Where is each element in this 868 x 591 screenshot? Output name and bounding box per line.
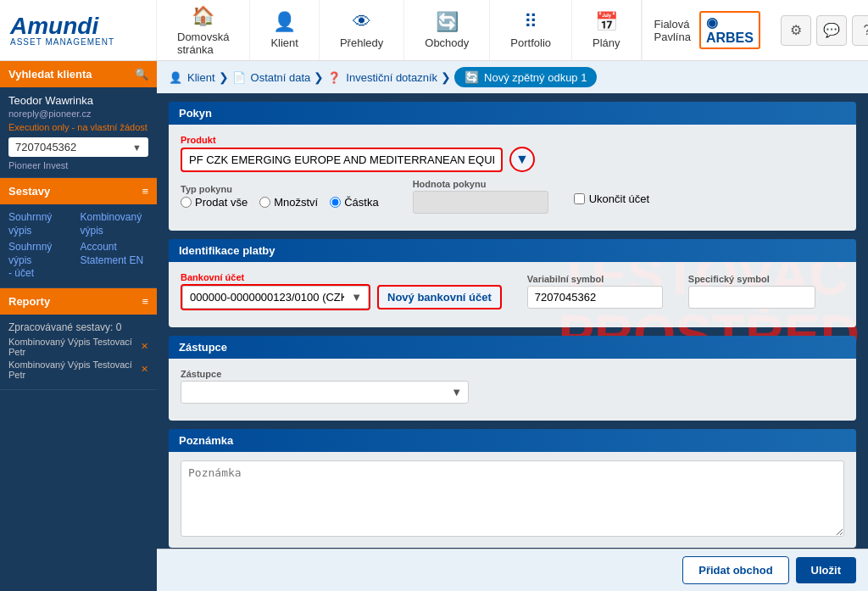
nav-buttons: ⚙ 💬 ? ⏻ — [772, 0, 868, 60]
bc-investicni[interactable]: ❓ Investiční dotazník — [327, 71, 437, 84]
zastupce-section: Zástupce Zástupce ▼ — [169, 336, 856, 421]
specificky-input[interactable] — [688, 286, 815, 309]
pridat-obchod-button[interactable]: Přidat obchod — [682, 556, 788, 584]
sestavy-header: Sestavy ≡ — [0, 178, 157, 204]
bc-ostatni[interactable]: 📄 Ostatní data — [232, 71, 311, 84]
zastupce-select-wrapper: ▼ — [181, 381, 469, 404]
user-name: Fialová Pavlína — [654, 18, 691, 43]
poznamka-header: Poznámka — [169, 429, 856, 452]
nav-obchody[interactable]: 🔄 Obchody — [404, 0, 490, 60]
identifikace-body: Bankovní účet 000000-0000000123/0100 (CZ… — [169, 262, 856, 327]
zastupce-body: Zástupce ▼ — [169, 359, 856, 421]
main-layout: Vyhledat klienta 🔍 Teodor Wawrinka norep… — [0, 61, 868, 591]
nav-portfolio[interactable]: ⠿ Portfolio — [490, 0, 572, 60]
bc-klient-icon: 👤 — [169, 71, 182, 84]
radio-castka[interactable]: Částka — [330, 196, 378, 209]
typ-pokynu-label: Typ pokynu — [181, 184, 379, 194]
report-item-2: Kombinovaný Výpis Testovací Petr ✕ — [8, 360, 148, 380]
breadcrumb: 👤 Klient ❯ 📄 Ostatní data ❯ ❓ Investiční… — [157, 61, 868, 93]
home-icon: 🏠 — [192, 5, 214, 27]
plany-icon: 📅 — [595, 11, 618, 33]
nav-home-label: Domovskástránka — [177, 31, 229, 56]
sestavy-kombinovany-vypis[interactable]: Kombinovaný výpis — [81, 211, 149, 237]
ukoncit-ucet-checkbox[interactable]: Ukončit účet — [574, 192, 650, 205]
nav-items: 🏠 Domovskástránka 👤 Klient 👁 Přehledy 🔄 … — [157, 0, 642, 60]
nav-plany[interactable]: 📅 Plány — [572, 0, 642, 60]
bank-label: Bankovní účet — [181, 272, 502, 282]
produkt-dropdown-btn[interactable]: ▼ — [509, 147, 535, 172]
radio-mnozstvi[interactable]: Množství — [259, 196, 318, 209]
typ-hodnota-row: Typ pokynu Prodat vše Množství — [181, 179, 844, 220]
sestavy-account-statement[interactable]: AccountStatement EN — [81, 241, 149, 281]
nav-portfolio-label: Portfolio — [510, 36, 551, 49]
bc-investicni-icon: ❓ — [327, 71, 341, 84]
report-section: Zpracovávané sestavy: 0 Kombinovaný Výpi… — [0, 315, 157, 389]
report-item-1: Kombinovaný Výpis Testovací Petr ✕ — [8, 337, 148, 357]
ulozit-button[interactable]: Uložit — [796, 557, 856, 583]
produkt-label: Produkt — [181, 135, 844, 145]
hodnota-input[interactable] — [413, 191, 548, 214]
zastupce-field: Zástupce ▼ — [181, 369, 844, 404]
poznamka-textarea[interactable] — [181, 460, 844, 537]
produkt-input[interactable] — [181, 148, 503, 172]
sestavy-souhrnny-ucet[interactable]: Souhrnný výpis- účet — [8, 241, 77, 281]
nav-prehled-label: Přehledy — [340, 36, 383, 49]
report-item-2-close[interactable]: ✕ — [141, 364, 148, 375]
bc-arrow-3: ❯ — [441, 70, 451, 84]
nav-klient[interactable]: 👤 Klient — [250, 0, 320, 60]
logo-area: Amundi ASSET MANAGEMENT — [0, 0, 157, 60]
radio-prodat-vse[interactable]: Prodat vše — [181, 196, 248, 209]
specificky-label: Specifický symbol — [688, 274, 815, 284]
nav-prehled[interactable]: 👁 Přehledy — [320, 0, 404, 60]
zastupce-header: Zástupce — [169, 336, 856, 359]
nav-plany-label: Plány — [593, 36, 620, 49]
search-icon[interactable]: 🔍 — [135, 68, 148, 81]
client-company: Pioneer Invest — [8, 160, 148, 170]
bc-refresh-icon: 🔄 — [465, 70, 479, 84]
sidebar-reporty-section: Reporty ≡ Zpracovávané sestavy: 0 Kombin… — [0, 288, 157, 390]
pokyn-body: Produkt ▼ Typ pokynu Prodat — [169, 125, 856, 231]
zastupce-select[interactable] — [181, 381, 469, 404]
new-bank-button[interactable]: Nový bankovní účet — [377, 285, 502, 309]
logo-sub: ASSET MANAGEMENT — [10, 38, 114, 47]
reporty-header: Reporty ≡ — [0, 288, 157, 315]
pokyn-section: Pokyn Produkt ▼ Typ pokynu — [169, 102, 856, 231]
produkt-field: Produkt ▼ — [181, 135, 844, 172]
nav-user: Fialová Pavlína ◉ ARBES — [642, 0, 772, 60]
obchody-icon: 🔄 — [436, 11, 459, 33]
help-button[interactable]: ? — [852, 15, 868, 46]
variabilni-input[interactable] — [527, 286, 663, 309]
client-name: Teodor Wawrinka — [8, 94, 148, 107]
poznamka-section: Poznámka — [169, 429, 856, 548]
report-item-1-label: Kombinovaný Výpis Testovací Petr — [8, 337, 141, 357]
form-area: TESTOVACPROSTŘED Pokyn Produkt ▼ Typ pok… — [157, 93, 868, 549]
specificky-field: Specifický symbol — [688, 274, 815, 309]
bc-arrow-1: ❯ — [219, 70, 229, 84]
bank-select-wrapper: 000000-0000000123/0100 (CZK) ▼ — [181, 284, 370, 310]
variabilni-label: Variabilní symbol — [527, 274, 663, 284]
typ-pokynu-field: Typ pokynu Prodat vše Množství — [181, 184, 379, 209]
variabilni-field: Variabilní symbol — [527, 274, 663, 309]
sestavy-icon: ≡ — [142, 185, 148, 198]
bank-field: Bankovní účet 000000-0000000123/0100 (CZ… — [181, 272, 502, 310]
nav-klient-label: Klient — [270, 36, 298, 49]
poznamka-body — [169, 452, 856, 548]
pokyn-header: Pokyn — [169, 102, 856, 125]
bc-klient[interactable]: 👤 Klient — [169, 71, 215, 84]
bc-arrow-2: ❯ — [314, 70, 324, 84]
report-item-2-label: Kombinovaný Výpis Testovací Petr — [8, 360, 141, 380]
nav-home[interactable]: 🏠 Domovskástránka — [157, 0, 250, 60]
hodnota-field: Hodnota pokynu — [413, 179, 548, 214]
zastupce-label: Zástupce — [181, 369, 844, 379]
sestavy-souhrnny-vypis[interactable]: Souhrnný výpis — [8, 211, 77, 237]
sidebar: Vyhledat klienta 🔍 Teodor Wawrinka norep… — [0, 61, 157, 591]
arbes-logo: ◉ ARBES — [699, 11, 760, 49]
client-id-row[interactable]: 7207045362 ▼ — [8, 137, 148, 157]
sidebar-client-section: Vyhledat klienta 🔍 Teodor Wawrinka norep… — [0, 61, 157, 178]
report-item-1-close[interactable]: ✕ — [141, 341, 148, 352]
chat-button[interactable]: 💬 — [816, 15, 847, 46]
settings-button[interactable]: ⚙ — [781, 15, 811, 46]
report-count: Zpracovávané sestavy: 0 — [8, 321, 148, 333]
bank-select[interactable]: 000000-0000000123/0100 (CZK) — [182, 286, 369, 309]
content-area: 👤 Klient ❯ 📄 Ostatní data ❯ ❓ Investiční… — [157, 61, 868, 591]
